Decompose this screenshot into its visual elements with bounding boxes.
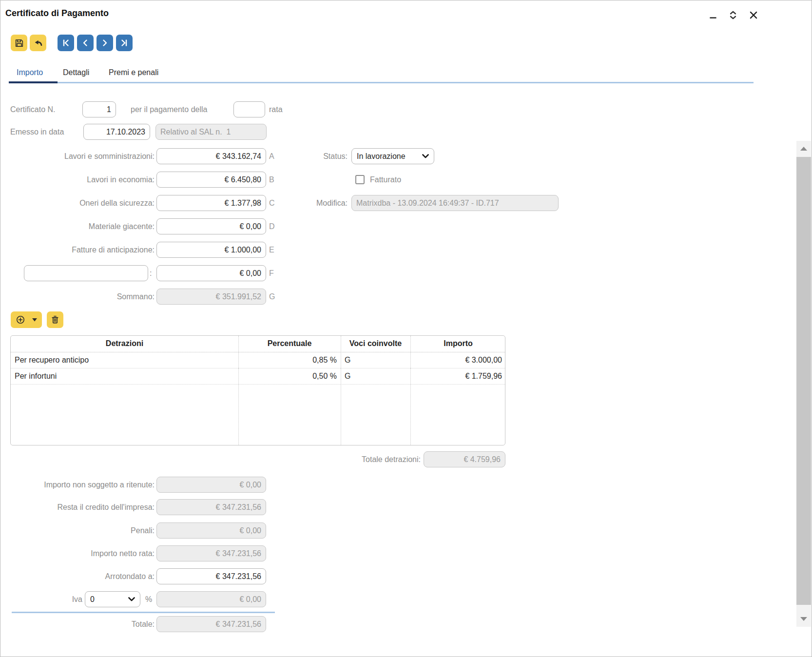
penali-label: Penali: [0, 522, 155, 539]
letter-d: D [269, 218, 275, 234]
col-header-detrazioni: Detrazioni [11, 336, 238, 352]
cell-detrazione[interactable]: Per infortuni [11, 368, 238, 384]
oneri-sicurezza-input[interactable] [156, 195, 266, 211]
cell-percentuale[interactable]: 0,85 % [238, 352, 341, 368]
lavori-somministrazioni-label: Lavori e somministrazioni: [0, 148, 155, 164]
cell-importo[interactable]: € 3.000,00 [410, 352, 505, 368]
scroll-down-button[interactable] [796, 611, 811, 627]
undo-button[interactable] [30, 35, 46, 51]
scrollbar-thumb[interactable] [796, 157, 811, 605]
table-column-divider [341, 336, 341, 445]
first-record-button[interactable] [58, 35, 74, 51]
iva-select[interactable]: 0 [85, 591, 140, 607]
cell-importo[interactable]: € 1.759,96 [410, 368, 505, 384]
rata-label: rata [269, 101, 283, 117]
certificato-n-input[interactable] [82, 101, 116, 117]
lavori-somministrazioni-input[interactable] [156, 148, 266, 164]
table-column-divider [238, 336, 239, 445]
trash-icon [50, 315, 60, 325]
add-icon [16, 315, 25, 325]
fatturato-checkbox[interactable] [355, 175, 365, 184]
importo-netto-rata-field [156, 545, 266, 561]
rata-input[interactable] [233, 101, 265, 117]
active-tab-underline [9, 81, 58, 83]
col-header-percentuale: Percentuale [238, 336, 341, 352]
fatture-anticipazione-input[interactable] [156, 242, 266, 258]
last-record-button[interactable] [116, 35, 133, 51]
minimize-icon [708, 10, 718, 20]
arrotondato-input[interactable] [156, 568, 266, 584]
certificato-n-label: Certificato N. [10, 101, 55, 117]
letter-f: F [269, 265, 274, 281]
importo-non-soggetto-field [156, 477, 266, 493]
sommano-label: Sommano: [0, 289, 155, 305]
first-record-icon [61, 38, 71, 48]
detrazioni-table: Detrazioni Percentuale Voci coinvolte Im… [10, 335, 505, 445]
total-separator-line [12, 612, 275, 613]
tabbar-divider [9, 82, 754, 83]
totale-detrazioni-label: Totale detrazioni: [254, 451, 421, 467]
table-header-row: Detrazioni Percentuale Voci coinvolte Im… [11, 336, 505, 352]
sommano-field [156, 289, 266, 305]
percent-label: % [145, 591, 152, 607]
delete-detrazione-button[interactable] [47, 311, 63, 328]
minimize-button[interactable] [705, 7, 721, 23]
arrotondato-label: Arrotondato a: [0, 568, 155, 584]
save-button[interactable] [11, 35, 27, 51]
table-row[interactable]: Per recupero anticipo 0,85 % G € 3.000,0… [11, 352, 505, 368]
chevron-down-icon [128, 597, 135, 601]
emesso-label: Emesso in data [10, 124, 64, 140]
iva-amount-field [156, 591, 266, 607]
save-icon [14, 38, 24, 48]
custom-voce-label-input[interactable] [24, 265, 148, 281]
custom-voce-input[interactable] [156, 265, 266, 281]
col-header-importo: Importo [410, 336, 505, 352]
totale-detrazioni-field [424, 451, 505, 467]
certificato-dialog: { "window": { "title": "Certificato di P… [0, 0, 812, 657]
next-record-button[interactable] [97, 35, 113, 51]
next-record-icon [100, 38, 110, 48]
cell-detrazione[interactable]: Per recupero anticipo [11, 352, 238, 368]
previous-record-icon [80, 38, 90, 48]
table-column-divider [410, 336, 411, 445]
tab-dettagli[interactable]: Dettagli [63, 65, 89, 80]
resta-credito-label: Resta il credito dell'impresa: [0, 499, 155, 515]
per-il-pagamento-label: per il pagamento della [131, 101, 207, 117]
last-record-icon [119, 38, 129, 48]
totale-field [156, 616, 266, 632]
status-label: Status: [273, 148, 348, 164]
importo-netto-rata-label: Importo netto rata: [0, 545, 155, 561]
fatture-anticipazione-label: Fatture di anticipazione: [0, 242, 155, 258]
restore-icon [728, 10, 738, 20]
status-select[interactable]: In lavorazione [351, 148, 434, 164]
iva-label: Iva [54, 591, 82, 607]
lavori-economia-input[interactable] [156, 172, 266, 188]
restore-button[interactable] [725, 7, 741, 23]
materiale-giacente-input[interactable] [156, 218, 266, 234]
scroll-down-icon [800, 617, 807, 621]
importo-non-soggetto-label: Importo non soggetto a ritenute: [0, 477, 155, 493]
emesso-date-input[interactable] [83, 124, 150, 140]
close-icon [748, 10, 759, 20]
iva-select-value: 0 [90, 595, 95, 604]
scroll-up-icon [800, 147, 807, 151]
add-detrazione-button[interactable] [11, 311, 42, 328]
table-row[interactable]: Per infortuni 0,50 % G € 1.759,96 [11, 368, 505, 384]
oneri-sicurezza-label: Oneri della sicurezza: [0, 195, 155, 211]
tab-premi-e-penali[interactable]: Premi e penali [109, 65, 158, 80]
cell-voci[interactable]: G [341, 368, 410, 384]
cell-voci[interactable]: G [341, 352, 410, 368]
letter-e: E [269, 242, 274, 258]
tab-importo[interactable]: Importo [17, 65, 43, 80]
page-title: Certificato di Pagamento [5, 8, 109, 19]
col-header-voci-coinvolte: Voci coinvolte [341, 336, 410, 352]
resta-credito-field [156, 499, 266, 515]
close-button[interactable] [746, 7, 761, 23]
status-select-value: In lavorazione [357, 152, 406, 161]
vertical-scrollbar[interactable] [796, 141, 811, 627]
scroll-up-button[interactable] [796, 141, 811, 156]
previous-record-button[interactable] [77, 35, 94, 51]
penali-field [156, 522, 266, 539]
lavori-economia-label: Lavori in economia: [0, 172, 155, 188]
cell-percentuale[interactable]: 0,50 % [238, 368, 341, 384]
